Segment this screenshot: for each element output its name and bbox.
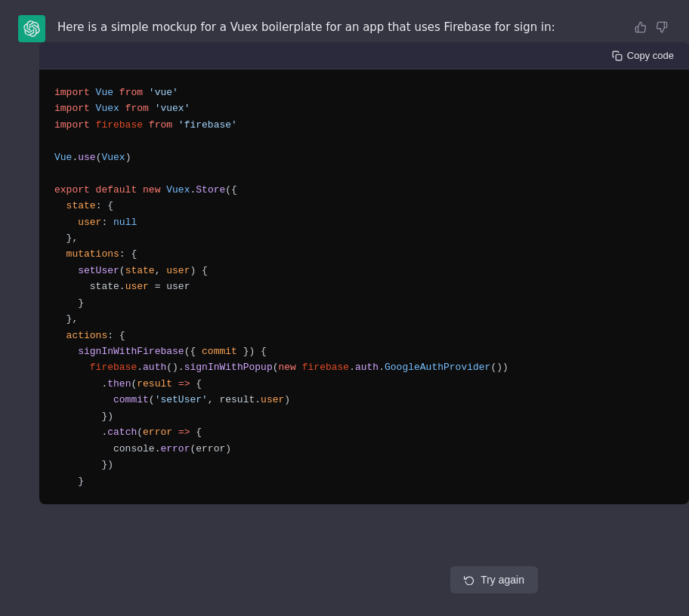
copy-icon: [612, 51, 623, 61]
thumbs-up-button[interactable]: [632, 18, 650, 36]
copy-code-button[interactable]: Copy code: [609, 48, 677, 63]
refresh-icon: [464, 574, 474, 585]
try-again-label: Try again: [480, 574, 524, 586]
thumbs-up-icon: [635, 21, 647, 33]
code-block: Copy code import Vue from 'vue' import V…: [39, 42, 689, 504]
message-content: Here is a simple mockup for a Vuex boile…: [57, 15, 619, 36]
svg-rect-0: [616, 54, 622, 60]
message-text: Here is a simple mockup for a Vuex boile…: [57, 18, 619, 36]
message-row: Here is a simple mockup for a Vuex boile…: [0, 0, 689, 42]
code-content: import Vue from 'vue' import Vuex from '…: [39, 69, 689, 504]
action-buttons: [632, 18, 671, 36]
code-text: import Vue from 'vue' import Vuex from '…: [54, 87, 508, 487]
copy-code-label: Copy code: [627, 50, 674, 61]
thumbs-down-icon: [656, 21, 668, 33]
try-again-button[interactable]: Try again: [450, 566, 538, 593]
code-block-header: Copy code: [39, 42, 689, 69]
chatgpt-avatar: [18, 15, 45, 42]
thumbs-down-button[interactable]: [653, 18, 671, 36]
